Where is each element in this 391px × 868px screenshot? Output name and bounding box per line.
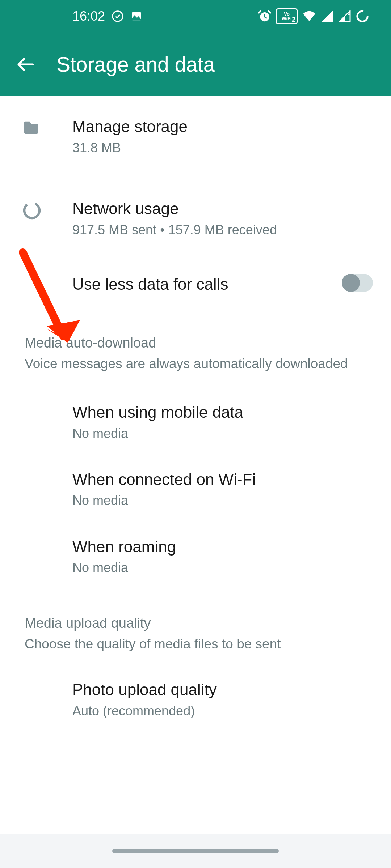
gesture-handle[interactable] <box>112 849 279 853</box>
data-usage-icon <box>22 200 42 222</box>
wifi-icon <box>302 9 316 24</box>
svg-point-4 <box>357 11 368 22</box>
back-button[interactable] <box>14 53 38 76</box>
use-less-data-toggle[interactable] <box>342 274 373 292</box>
image-icon <box>130 10 143 22</box>
photo-upload-quality-row[interactable]: Photo upload quality Auto (recommended) <box>0 661 391 733</box>
media-upload-quality-title: Media upload quality <box>25 616 366 631</box>
photo-upload-quality-subtitle: Auto (recommended) <box>72 702 377 720</box>
media-auto-download-title: Media auto-download <box>25 335 366 351</box>
manage-storage-subtitle: 31.8 MB <box>72 139 377 157</box>
status-right: Vo WiFi 2 x <box>258 8 369 24</box>
network-usage-subtitle: 917.5 MB sent • 157.9 MB received <box>72 221 377 239</box>
wifi-title: When connected on Wi-Fi <box>72 469 377 490</box>
wifi-subtitle: No media <box>72 492 377 510</box>
svg-point-0 <box>113 11 123 21</box>
loading-circle-icon <box>356 9 369 23</box>
settings-content: Manage storage 31.8 MB Network usage 917… <box>0 96 391 733</box>
network-usage-title: Network usage <box>72 198 377 219</box>
navigation-bar <box>0 834 391 868</box>
arrow-left-icon <box>16 54 36 75</box>
roaming-row[interactable]: When roaming No media <box>0 523 391 598</box>
network-usage-row[interactable]: Network usage 917.5 MB sent • 157.9 MB r… <box>0 178 391 260</box>
mobile-data-row[interactable]: When using mobile data No media <box>0 380 391 456</box>
signal-2-icon: x <box>338 10 351 23</box>
mobile-data-title: When using mobile data <box>72 401 377 423</box>
manage-storage-row[interactable]: Manage storage 31.8 MB <box>0 96 391 178</box>
media-upload-quality-desc: Choose the quality of media files to be … <box>25 635 366 654</box>
manage-storage-title: Manage storage <box>72 116 377 137</box>
roaming-subtitle: No media <box>72 559 377 577</box>
wifi-row[interactable]: When connected on Wi-Fi No media <box>0 456 391 523</box>
status-bar: 16:02 Vo WiFi 2 <box>0 0 391 33</box>
svg-text:x: x <box>348 10 351 16</box>
mobile-data-subtitle: No media <box>72 425 377 443</box>
signal-1-icon <box>321 10 334 23</box>
check-circle-icon <box>112 10 124 22</box>
photo-upload-quality-title: Photo upload quality <box>72 679 377 700</box>
media-auto-download-desc: Voice messages are always automatically … <box>25 354 366 373</box>
media-auto-download-header: Media auto-download Voice messages are a… <box>0 318 391 380</box>
folder-icon <box>22 118 41 139</box>
svg-point-5 <box>22 200 42 221</box>
roaming-title: When roaming <box>72 536 377 557</box>
app-header: Storage and data <box>0 33 391 96</box>
vowifi-icon: Vo WiFi 2 <box>276 8 298 24</box>
alarm-icon <box>258 9 272 23</box>
status-time: 16:02 <box>72 9 105 24</box>
status-left: 16:02 <box>72 9 143 24</box>
media-upload-quality-header: Media upload quality Choose the quality … <box>0 598 391 661</box>
use-less-data-row[interactable]: Use less data for calls <box>0 259 391 318</box>
use-less-data-title: Use less data for calls <box>72 274 342 294</box>
page-title: Storage and data <box>56 52 215 76</box>
toggle-knob <box>342 274 360 292</box>
